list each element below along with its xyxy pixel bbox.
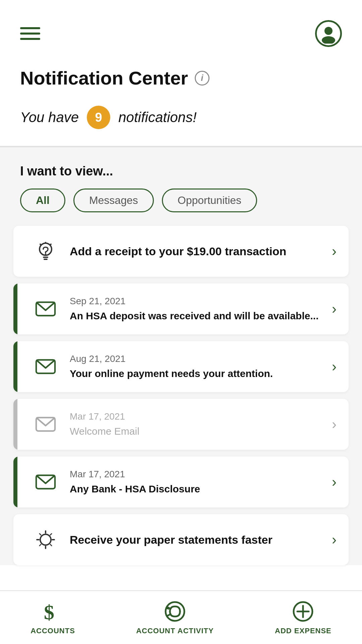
- notification-text: Any Bank - HSA Disclosure: [70, 482, 325, 495]
- nav-add-expense-label: ADD EXPENSE: [275, 627, 331, 635]
- notification-content: Add a receipt to your $19.00 transaction: [70, 244, 325, 259]
- chevron-right-icon: ›: [332, 359, 337, 375]
- notification-date: Mar 17, 2021: [70, 411, 325, 422]
- notification-text: Receive your paper statements faster: [70, 532, 325, 547]
- filter-label: I want to view...: [20, 164, 342, 178]
- filter-buttons: All Messages Opportunities: [20, 189, 342, 212]
- notification-badge: 9: [87, 106, 110, 129]
- message-icon: [32, 411, 59, 438]
- notification-content: Receive your paper statements faster: [70, 532, 325, 547]
- notification-content: Aug 21, 2021 Your online payment needs y…: [70, 354, 325, 380]
- tip-icon: [32, 526, 59, 553]
- notification-item[interactable]: Mar 17, 2021 Welcome Email ›: [13, 399, 349, 450]
- notification-content: Mar 17, 2021 Any Bank - HSA Disclosure: [70, 469, 325, 495]
- svg-line-21: [40, 544, 41, 546]
- filter-opportunities-button[interactable]: Opportunities: [162, 189, 257, 212]
- notification-date: Mar 17, 2021: [70, 469, 325, 480]
- notification-text: Welcome Email: [70, 425, 325, 438]
- notification-item[interactable]: Mar 17, 2021 Any Bank - HSA Disclosure ›: [13, 457, 349, 507]
- chevron-right-icon: ›: [332, 301, 337, 317]
- nav-account-activity[interactable]: ACCOUNT ACTIVITY: [136, 600, 214, 635]
- svg-point-6: [45, 254, 47, 256]
- notification-item[interactable]: Receive your paper statements faster ›: [13, 514, 349, 565]
- notification-item[interactable]: Sep 21, 2021 An HSA deposit was received…: [13, 283, 349, 334]
- notif-prefix: You have: [20, 109, 79, 125]
- svg-line-4: [40, 244, 41, 245]
- notification-text: Your online payment needs your attention…: [70, 367, 325, 380]
- svg-point-1: [322, 36, 335, 44]
- page-title-section: Notification Center i: [0, 60, 362, 99]
- notification-content: Sep 21, 2021 An HSA deposit was received…: [70, 296, 325, 322]
- header: [0, 0, 362, 60]
- message-icon: [32, 353, 59, 380]
- notification-text: Add a receipt to your $19.00 transaction: [70, 244, 325, 259]
- nav-account-activity-label: ACCOUNT ACTIVITY: [136, 627, 214, 635]
- notification-list: Add a receipt to your $19.00 transaction…: [0, 226, 362, 565]
- nav-accounts[interactable]: $ ACCOUNTS: [31, 600, 75, 635]
- info-icon[interactable]: i: [195, 71, 209, 86]
- filter-all-button[interactable]: All: [20, 189, 65, 212]
- svg-text:$: $: [44, 601, 54, 623]
- svg-line-19: [50, 544, 52, 546]
- notification-text: An HSA deposit was received and will be …: [70, 309, 325, 322]
- bottom-navigation: $ ACCOUNTS ACCOUNT ACTIVITY ADD EXPENSE: [0, 590, 362, 644]
- nav-accounts-label: ACCOUNTS: [31, 627, 75, 635]
- svg-line-18: [40, 534, 41, 535]
- chevron-right-icon: ›: [332, 243, 337, 259]
- page-title: Notification Center: [20, 67, 188, 89]
- profile-button[interactable]: [315, 20, 342, 47]
- notification-count-section: You have 9 notifications!: [0, 99, 362, 146]
- svg-line-5: [50, 244, 51, 245]
- notification-item[interactable]: Add a receipt to your $19.00 transaction…: [13, 226, 349, 277]
- notification-date: Sep 21, 2021: [70, 296, 325, 307]
- nav-add-expense[interactable]: ADD EXPENSE: [275, 600, 331, 635]
- notif-suffix: notifications!: [118, 109, 196, 125]
- chevron-right-icon: ›: [332, 416, 337, 432]
- filter-messages-button[interactable]: Messages: [73, 189, 154, 212]
- filter-section: I want to view... All Messages Opportuni…: [0, 147, 362, 226]
- hamburger-menu-button[interactable]: [20, 27, 40, 40]
- svg-point-0: [324, 27, 333, 35]
- tip-icon: [32, 238, 59, 265]
- message-icon: [32, 469, 59, 495]
- svg-line-20: [50, 534, 52, 535]
- message-icon: [32, 296, 59, 322]
- notification-item[interactable]: Aug 21, 2021 Your online payment needs y…: [13, 341, 349, 392]
- svg-point-23: [166, 602, 184, 621]
- notification-content: Mar 17, 2021 Welcome Email: [70, 411, 325, 438]
- notification-date: Aug 21, 2021: [70, 354, 325, 364]
- chevron-right-icon: ›: [332, 474, 337, 490]
- svg-point-13: [40, 534, 51, 545]
- chevron-right-icon: ›: [332, 532, 337, 548]
